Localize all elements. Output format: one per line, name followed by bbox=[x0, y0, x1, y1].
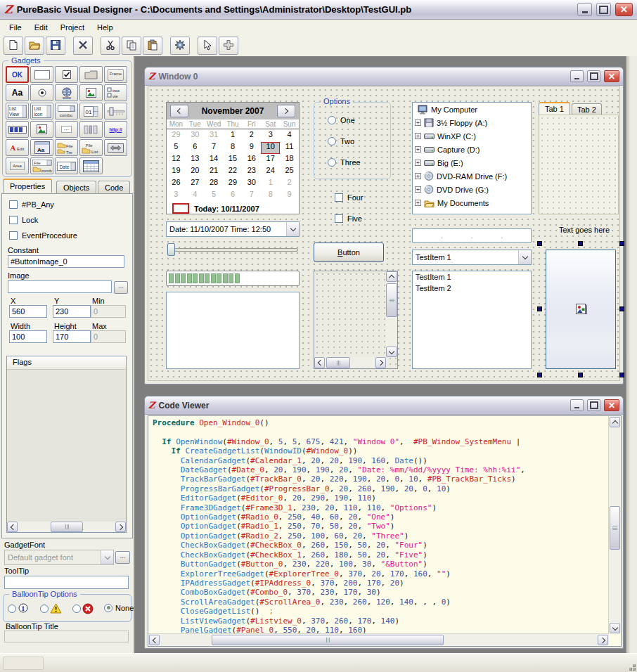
hscroll-thumb[interactable] bbox=[326, 357, 350, 368]
palette-frame-gadget[interactable]: Frame bbox=[104, 66, 127, 83]
menu-edit[interactable]: Edit bbox=[28, 21, 54, 34]
code-vscroll-thumb[interactable] bbox=[610, 506, 620, 550]
add-button[interactable] bbox=[219, 37, 238, 55]
balloontip-warning-option[interactable] bbox=[40, 603, 62, 614]
code-viewer-window[interactable]: Z Code Viewer ✕ Procedure Open_Window_0(… bbox=[144, 396, 624, 649]
tree-item-label[interactable]: DVD-RAM Drive (F:) bbox=[437, 172, 507, 181]
calendar-day[interactable]: 6 bbox=[224, 190, 243, 202]
calendar-day[interactable]: 27 bbox=[186, 178, 205, 190]
expand-plus-icon[interactable]: + bbox=[415, 160, 421, 166]
calendar-day[interactable]: 5 bbox=[167, 142, 186, 154]
calendar-day[interactable]: 31 bbox=[205, 130, 224, 142]
palette-spin-gadget[interactable]: 01 bbox=[79, 103, 103, 119]
design-surface[interactable]: November 2007 MonTueWedThuFriSatSun 2930… bbox=[148, 86, 620, 381]
calendar-day[interactable]: 7 bbox=[205, 142, 224, 154]
calendar-day[interactable]: 13 bbox=[186, 154, 205, 166]
ipaddress-gadget[interactable]: ... bbox=[412, 228, 532, 243]
selection-handle-nw[interactable] bbox=[537, 241, 542, 246]
calendar-day[interactable]: 30 bbox=[242, 178, 261, 190]
calendar-day[interactable]: 7 bbox=[242, 190, 261, 202]
palette-web-gadget[interactable]: www bbox=[55, 84, 78, 101]
pbany-checkbox-box[interactable] bbox=[9, 200, 18, 209]
chevron-down-icon[interactable] bbox=[518, 250, 531, 264]
image-gadget-selected[interactable] bbox=[546, 250, 616, 369]
calendar-day[interactable]: 30 bbox=[186, 130, 205, 142]
flags-scroll-left-button[interactable] bbox=[7, 522, 18, 532]
two-radio[interactable] bbox=[328, 137, 336, 146]
flags-scroll-right-button[interactable] bbox=[115, 522, 126, 532]
palette-image-gadget[interactable] bbox=[79, 84, 103, 101]
code-viewer-minimize-button[interactable] bbox=[570, 399, 584, 411]
palette-listview-gadget[interactable]: ListView bbox=[6, 103, 29, 119]
selection-handle-sw[interactable] bbox=[537, 373, 542, 377]
checkbox-four[interactable]: Four bbox=[335, 193, 363, 202]
calendar-day[interactable]: 29 bbox=[224, 178, 243, 190]
calendar-day[interactable]: 23 bbox=[242, 166, 261, 178]
x-input[interactable] bbox=[9, 305, 47, 318]
scrollarea-gadget[interactable] bbox=[314, 271, 398, 369]
palette-panel-gadget[interactable]: Aa bbox=[30, 139, 53, 156]
flags-header[interactable]: Flags bbox=[7, 356, 126, 370]
calendar-day[interactable]: 16 bbox=[242, 154, 261, 166]
panel-tab-2[interactable]: Tab 2 bbox=[572, 103, 602, 115]
calendar-gadget[interactable]: November 2007 MonTueWedThuFriSatSun 2930… bbox=[166, 102, 300, 214]
selection-handle-w[interactable] bbox=[537, 306, 542, 311]
expand-plus-icon[interactable]: + bbox=[415, 186, 421, 193]
resize-grip[interactable] bbox=[627, 662, 636, 671]
three-radio[interactable] bbox=[328, 158, 336, 167]
flags-scroll-thumb[interactable] bbox=[51, 522, 83, 532]
palette-splitter-gadget[interactable] bbox=[79, 121, 103, 138]
selection-handle-e[interactable] bbox=[619, 306, 624, 311]
tab-code[interactable]: Code bbox=[98, 181, 130, 194]
option-one[interactable]: One bbox=[328, 116, 355, 124]
lock-checkbox-box[interactable] bbox=[9, 216, 18, 224]
tree-item-label[interactable]: Big (E:) bbox=[437, 159, 463, 167]
palette-editor-gadget[interactable]: A Edit bbox=[6, 139, 29, 156]
palette-hyperlink-gadget[interactable]: http:// bbox=[104, 121, 127, 138]
balloontip-none-option[interactable]: None bbox=[104, 604, 134, 612]
checkbox-five[interactable]: Five bbox=[335, 214, 362, 223]
selection-handle-s[interactable] bbox=[578, 373, 583, 377]
scroll-right-button[interactable] bbox=[375, 357, 386, 368]
scroll-down-button[interactable] bbox=[386, 347, 397, 357]
balloontip-info-option[interactable]: i bbox=[8, 603, 29, 614]
palette-explorercombo-gadget[interactable]: Filecomb bbox=[30, 157, 53, 174]
calendar-day[interactable]: 22 bbox=[224, 166, 243, 178]
palette-listicon-gadget[interactable]: ListIcon bbox=[30, 103, 53, 119]
calendar-day[interactable]: 5 bbox=[205, 190, 224, 202]
copy-button[interactable] bbox=[122, 37, 141, 55]
tree-item-label[interactable]: 3½ Floppy (A:) bbox=[437, 119, 487, 127]
calendar-day[interactable]: 4 bbox=[186, 190, 205, 202]
trackbar-gadget[interactable] bbox=[166, 243, 300, 255]
pbany-checkbox[interactable]: #PB_Any bbox=[9, 200, 54, 209]
code-scroll-down-button[interactable] bbox=[610, 623, 620, 633]
selection-handle-ne[interactable] bbox=[619, 241, 624, 246]
tab-objects[interactable]: Objects bbox=[56, 181, 96, 194]
calendar-day[interactable]: 12 bbox=[167, 154, 186, 166]
code-scroll-right-button[interactable] bbox=[598, 635, 608, 645]
calendar-day[interactable]: 2 bbox=[280, 178, 299, 190]
scroll-left-button[interactable] bbox=[314, 357, 325, 368]
code-vscrollbar[interactable] bbox=[608, 416, 621, 634]
balloontip-error-option[interactable] bbox=[72, 603, 94, 614]
calendar-selected-day[interactable]: 10 bbox=[261, 142, 280, 154]
calendar-day[interactable]: 9 bbox=[280, 190, 299, 202]
calendar-day[interactable]: 24 bbox=[261, 166, 280, 178]
chevron-down-icon[interactable] bbox=[101, 550, 113, 564]
explorertree-gadget[interactable]: My Computer+3½ Floppy (A:)+WinXP (C:)+Ca… bbox=[412, 102, 532, 214]
cut-button[interactable] bbox=[101, 37, 120, 55]
calendar-day[interactable]: 28 bbox=[205, 178, 224, 190]
y-input[interactable] bbox=[53, 305, 91, 318]
palette-progressbar-gadget[interactable] bbox=[6, 121, 29, 138]
list-item[interactable]: TestItem 1 bbox=[416, 273, 528, 284]
tree-item[interactable]: +My Documents bbox=[413, 196, 531, 209]
code-scroll-left-button[interactable] bbox=[149, 635, 160, 645]
code-viewer-close-button[interactable]: ✕ bbox=[604, 399, 619, 411]
gadgetfont-browse-button[interactable]: ... bbox=[115, 551, 130, 564]
eventprocedure-checkbox-box[interactable] bbox=[9, 231, 18, 240]
palette-button-gadget[interactable]: OK bbox=[6, 66, 29, 83]
eventprocedure-checkbox[interactable]: EventProcedure bbox=[9, 231, 77, 240]
palette-textfield-gadget[interactable]: ... bbox=[55, 121, 78, 138]
calendar-day[interactable]: 1 bbox=[261, 178, 280, 190]
designer-titlebar[interactable]: Z Window 0 ✕ bbox=[145, 67, 623, 86]
